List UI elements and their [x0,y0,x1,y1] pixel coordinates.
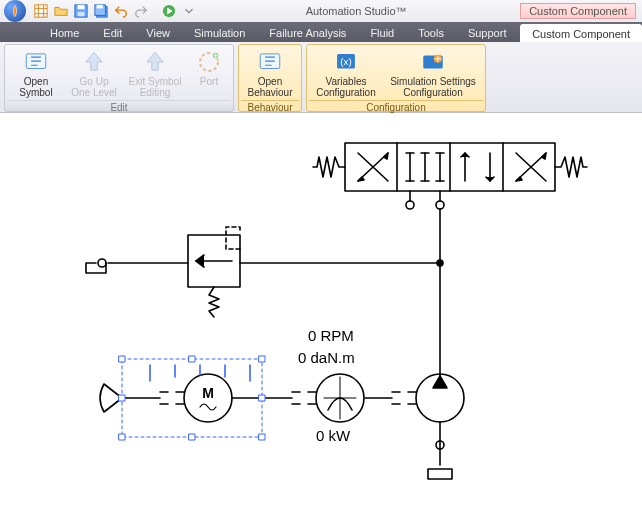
reading-power: 0 kW [316,427,350,444]
electric-motor-icon: M [184,374,232,422]
qat-saveall-icon[interactable] [92,2,110,20]
directional-valve-icon [313,143,587,191]
svg-rect-46 [189,434,195,440]
tab-fluid[interactable]: Fluid [358,22,406,42]
svg-text:M: M [202,385,214,401]
qat-redo-icon[interactable] [132,2,150,20]
svg-point-20 [406,201,414,209]
svg-rect-44 [259,434,265,440]
reading-speed: 0 RPM [308,327,354,344]
open-behaviour-icon [257,49,283,75]
variables-icon: (x) [333,49,359,75]
simulation-settings-button[interactable]: Simulation Settings Configuration [383,47,483,100]
tab-view[interactable]: View [134,22,182,42]
svg-rect-2 [78,5,85,9]
ribbon-group-edit-label: Edit [7,100,231,114]
ribbon-group-behaviour: Open Behaviour Behaviour [238,44,302,112]
svg-rect-43 [119,434,125,440]
relief-valve-icon [188,227,240,317]
ribbon-group-edit: Open Symbol Go Up One Level Exit Symbol … [4,44,234,112]
ribbon-group-behaviour-label: Behaviour [241,100,299,114]
app-title: Automation Studio™ [200,5,512,17]
ribbon-group-configuration-label: Configuration [309,100,483,114]
tab-custom-component[interactable]: Custom Component [520,24,642,42]
ribbon: Open Symbol Go Up One Level Exit Symbol … [0,42,642,113]
open-symbol-label: Open Symbol [19,76,52,98]
svg-rect-3 [78,12,85,16]
port-icon [196,49,222,75]
svg-rect-45 [189,356,195,362]
tab-strip: Home Edit View Simulation Failure Analys… [0,22,642,42]
qat-dropdown-icon[interactable] [180,2,198,20]
qat-grid-icon[interactable] [32,2,50,20]
tab-support[interactable]: Support [456,22,519,42]
arrow-up-icon [81,49,107,75]
torque-sensor-icon [316,374,364,422]
pump-icon [416,374,464,422]
qat-run-icon[interactable] [160,2,178,20]
qat-save-icon[interactable] [72,2,90,20]
tab-tools[interactable]: Tools [406,22,456,42]
variables-label: Variables Configuration [316,76,375,98]
exit-symbol-editing-button: Exit Symbol Editing [123,47,187,100]
svg-rect-6 [97,5,103,9]
context-tab-label: Custom Component [520,3,636,19]
qat-separator [152,2,158,20]
sim-settings-label: Simulation Settings Configuration [390,76,476,98]
svg-rect-48 [259,395,265,401]
svg-rect-41 [119,356,125,362]
sim-settings-icon [420,49,446,75]
svg-rect-47 [119,395,125,401]
tab-home[interactable]: Home [38,22,91,42]
go-up-one-level-button: Go Up One Level [65,47,123,100]
arrow-up-icon [142,49,168,75]
open-symbol-icon [23,49,49,75]
exit-symbol-label: Exit Symbol Editing [129,76,182,98]
app-logo-icon[interactable] [4,0,26,22]
port-button: Port [187,47,231,100]
svg-rect-0 [35,5,47,17]
open-behaviour-button[interactable]: Open Behaviour [241,47,299,100]
tab-simulation[interactable]: Simulation [182,22,257,42]
reading-torque: 0 daN.m [298,349,355,366]
svg-point-21 [436,201,444,209]
variables-configuration-button[interactable]: (x) Variables Configuration [309,47,383,100]
port-label: Port [200,76,218,87]
qat-undo-icon[interactable] [112,2,130,20]
svg-point-30 [98,259,106,267]
tab-edit[interactable]: Edit [91,22,134,42]
go-up-label: Go Up One Level [71,76,117,98]
schematic-canvas[interactable]: M 0 RPM 0 daN.m [0,113,642,527]
tab-failure-analysis[interactable]: Failure Analysis [257,22,358,42]
svg-text:(x): (x) [340,56,351,67]
open-behaviour-label: Open Behaviour [247,76,292,98]
ribbon-group-configuration: (x) Variables Configuration Simulation S… [306,44,486,112]
qat-open-icon[interactable] [52,2,70,20]
titlebar: Automation Studio™ Custom Component [0,0,642,22]
svg-rect-42 [259,356,265,362]
open-symbol-button[interactable]: Open Symbol [7,47,65,100]
